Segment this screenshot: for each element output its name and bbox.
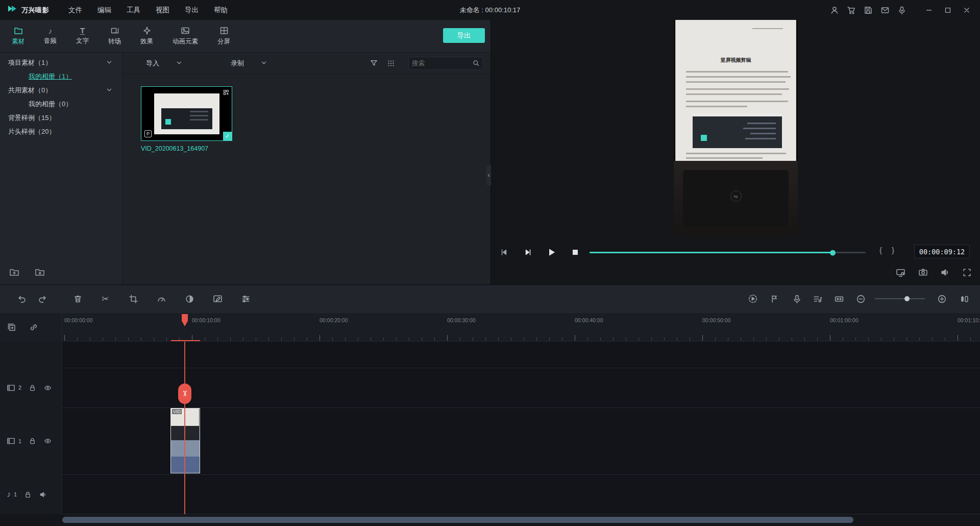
playhead-line[interactable] — [184, 342, 185, 514]
split-clip-button[interactable]: ✂ — [178, 384, 191, 404]
voiceover-mic-icon[interactable] — [896, 4, 908, 16]
add-folder-icon[interactable] — [8, 266, 20, 278]
timeline-clip[interactable]: VID — [170, 408, 200, 473]
display-settings-icon[interactable] — [894, 266, 906, 278]
maximize-button[interactable] — [942, 4, 954, 16]
tab-effects[interactable]: 效果 — [131, 26, 163, 46]
search-input[interactable] — [412, 60, 472, 67]
menu-file[interactable]: 文件 — [68, 6, 82, 15]
playhead-pin[interactable] — [182, 314, 188, 326]
preview-progress-handle[interactable] — [830, 250, 836, 255]
volume-icon[interactable] — [939, 266, 951, 278]
marker-flag-icon[interactable] — [768, 293, 780, 305]
filter-icon[interactable] — [368, 57, 380, 69]
lock-icon[interactable] — [24, 491, 32, 498]
tab-text[interactable]: T 文字 — [66, 27, 99, 45]
menu-edit[interactable]: 编辑 — [97, 6, 111, 15]
timeline-horizontal-scrollbar[interactable] — [62, 517, 853, 523]
eye-icon[interactable] — [43, 437, 52, 445]
menu-tools[interactable]: 工具 — [127, 6, 140, 15]
app-name: 万兴喵影 — [21, 6, 49, 15]
delete-icon[interactable] — [71, 293, 84, 305]
menu-export[interactable]: 导出 — [185, 6, 199, 15]
next-frame-button[interactable] — [522, 246, 534, 258]
preview-progress-fill — [590, 252, 832, 253]
eye-icon[interactable] — [43, 384, 52, 392]
stop-button[interactable] — [569, 246, 581, 258]
timeline-lanes[interactable]: VID ✂ — [62, 342, 980, 514]
record-voiceover-icon[interactable] — [791, 293, 803, 305]
ruler-scale[interactable]: 00:00:00:00 00:00:10:00 00:00:20:00 00:0… — [62, 313, 980, 341]
color-correction-icon[interactable] — [183, 293, 195, 305]
link-clips-icon[interactable] — [28, 321, 40, 333]
menu-bar: 文件 编辑 工具 视图 导出 帮助 — [68, 6, 228, 15]
timeline-ruler[interactable]: 00:00:00:00 00:00:10:00 00:00:20:00 00:0… — [0, 313, 980, 342]
music-note-icon: ♪ — [48, 27, 53, 35]
crop-icon[interactable] — [127, 293, 139, 305]
menu-view[interactable]: 视图 — [156, 6, 169, 15]
lock-icon[interactable] — [29, 437, 36, 445]
tab-splitscreen-label: 分屏 — [217, 37, 230, 46]
fit-timeline-icon[interactable] — [958, 293, 970, 305]
minimize-button[interactable] — [923, 4, 935, 16]
zoom-slider-handle[interactable] — [904, 296, 910, 301]
play-button[interactable] — [546, 246, 558, 258]
previous-frame-button[interactable] — [498, 246, 510, 258]
chevron-down-icon[interactable] — [107, 61, 112, 64]
undo-icon[interactable] — [15, 293, 28, 305]
media-thumbnail[interactable]: P ✓ — [141, 86, 232, 141]
tab-transition-label: 转场 — [108, 37, 121, 46]
sidebar-item-intro-samples[interactable]: 片头样例（20） — [0, 125, 122, 138]
mark-in-icon[interactable]: { — [879, 246, 882, 254]
tab-elements[interactable]: 动画元素 — [163, 26, 208, 46]
snapshot-camera-icon[interactable] — [917, 266, 929, 278]
manage-tracks-icon[interactable] — [6, 321, 18, 333]
clip-audio-waveform — [171, 440, 200, 457]
tab-audio[interactable]: ♪ 音频 — [34, 27, 66, 45]
audio-mixer-icon[interactable] — [811, 293, 823, 305]
store-cart-icon[interactable] — [845, 4, 857, 16]
transport-controls: { } 00:00:09:12 — [492, 244, 980, 260]
zoom-slider[interactable] — [875, 298, 925, 299]
delete-folder-icon[interactable] — [34, 266, 46, 278]
panel-collapse-handle[interactable]: ‹ — [486, 165, 491, 185]
sidebar-item-project-media[interactable]: 项目素材（1） — [0, 56, 122, 69]
close-button[interactable] — [961, 4, 973, 16]
import-dropdown[interactable]: 导入 — [146, 59, 182, 68]
record-dropdown[interactable]: 录制 — [231, 59, 266, 68]
advanced-edit-icon[interactable] — [211, 293, 224, 305]
adjust-sliders-icon[interactable] — [239, 293, 252, 305]
tab-audio-label: 音频 — [44, 37, 57, 45]
cut-scissors-icon[interactable]: ✂ — [99, 293, 111, 305]
view-grid-icon[interactable] — [385, 57, 397, 69]
tab-media[interactable]: 素材 — [2, 26, 34, 46]
preview-progress-bar[interactable] — [590, 252, 866, 253]
zoom-in-icon[interactable] — [936, 293, 948, 305]
redo-icon[interactable] — [36, 293, 48, 305]
auto-ripple-icon[interactable] — [833, 293, 845, 305]
fullscreen-icon[interactable] — [961, 266, 973, 278]
speed-icon[interactable] — [155, 293, 167, 305]
sidebar-item-background-samples[interactable]: 背景样例（15） — [0, 111, 122, 125]
feedback-mail-icon[interactable] — [879, 4, 891, 16]
sidebar-item-my-album-project[interactable]: 我的相册（1） — [0, 69, 122, 83]
tab-splitscreen[interactable]: 分屏 — [208, 26, 240, 46]
search-icon[interactable] — [472, 59, 480, 67]
render-preview-icon[interactable] — [747, 293, 759, 305]
tab-transition[interactable]: 转场 — [99, 26, 131, 46]
title-bar: 万兴喵影 文件 编辑 工具 视图 导出 帮助 未命名 : 00:00:10:17 — [0, 0, 980, 20]
mute-speaker-icon[interactable] — [39, 491, 47, 498]
export-button[interactable]: 导出 — [443, 28, 485, 43]
video-monitor: hp — [683, 170, 789, 227]
sidebar-item-my-album-shared[interactable]: 我的相册（0） — [0, 97, 122, 111]
sidebar-item-shared-media[interactable]: 共用素材（0） — [0, 83, 122, 97]
chevron-down-icon[interactable] — [107, 88, 112, 92]
zoom-out-icon[interactable] — [854, 293, 867, 305]
lock-icon[interactable] — [29, 384, 36, 392]
media-item[interactable]: P ✓ VID_20200613_164907 — [141, 86, 232, 152]
menu-help[interactable]: 帮助 — [214, 6, 228, 15]
save-project-icon[interactable] — [862, 4, 874, 16]
track-header-video-2: 2 — [0, 368, 62, 408]
mark-out-icon[interactable]: } — [892, 246, 894, 254]
account-icon[interactable] — [828, 4, 841, 16]
